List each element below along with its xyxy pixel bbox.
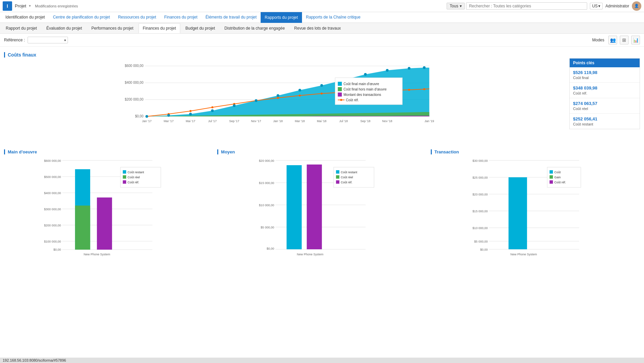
svg-text:Jul '17: Jul '17 — [208, 119, 217, 123]
svg-text:Coût réel: Coût réel — [341, 176, 353, 179]
nav-item-identification[interactable]: Identification du projet — [1, 12, 49, 23]
svg-point-14 — [212, 106, 214, 108]
svg-rect-80 — [120, 167, 161, 187]
svg-point-37 — [408, 67, 411, 70]
svg-point-31 — [277, 94, 279, 97]
cout-restant-value: $252 056,41 — [573, 116, 636, 121]
svg-text:$20 000,00: $20 000,00 — [259, 159, 274, 162]
svg-text:Sep '18: Sep '18 — [360, 119, 370, 123]
svg-rect-121 — [508, 177, 527, 249]
cout-final-value: $526 119,98 — [573, 70, 636, 75]
cout-ref-value: $348 039,98 — [573, 85, 636, 90]
svg-text:Coût restant: Coût restant — [127, 171, 144, 174]
modes-label: Modes — [592, 38, 604, 42]
avatar: 👤 — [632, 1, 641, 11]
subtab-rapport[interactable]: Rapport du projet — [1, 23, 41, 33]
svg-rect-52 — [335, 78, 403, 105]
sub-tabs: Rapport du projet Évaluation du projet P… — [0, 23, 644, 34]
svg-text:Gain: Gain — [554, 176, 561, 179]
svg-text:Coût restant: Coût restant — [341, 171, 357, 174]
locale-selector[interactable]: US ▾ — [590, 3, 603, 9]
nav-item-planification[interactable]: Centre de planification du projet — [49, 12, 114, 23]
moyen-chart: Moyen $20 000,00 $15 000,00 $10 000,00 $… — [217, 149, 426, 259]
svg-text:$200 000,00: $200 000,00 — [125, 98, 144, 101]
reference-select[interactable] — [28, 37, 68, 43]
svg-text:Mai '18: Mai '18 — [317, 119, 327, 123]
svg-point-27 — [189, 113, 192, 115]
svg-point-29 — [233, 104, 236, 107]
svg-text:Coût final main d'œuvre: Coût final main d'œuvre — [344, 82, 379, 86]
svg-point-23 — [408, 89, 410, 91]
svg-text:$0,00: $0,00 — [135, 114, 143, 118]
key-points-panel: Points clés $526 119,98 Coût final $348 … — [569, 50, 640, 143]
svg-text:Nov '17: Nov '17 — [251, 119, 261, 123]
chevron-down-icon: ▾ — [598, 4, 600, 8]
couts-finaux-area: Coûts finaux $600 000,00 $400 000,00 $20… — [4, 50, 640, 143]
nav-item-chaine[interactable]: Rapports de la Chaîne critique — [302, 12, 365, 23]
subtab-budget[interactable]: Budget du projet — [181, 23, 219, 33]
mode-chart-btn[interactable]: 📊 — [631, 36, 640, 44]
save-status: Modifications enregistrées — [35, 4, 78, 8]
svg-text:$30 000,00: $30 000,00 — [472, 159, 488, 162]
svg-text:New Phone System: New Phone System — [510, 253, 537, 256]
subtab-distribution[interactable]: Distribution de la charge engagée — [220, 23, 289, 33]
svg-rect-53 — [338, 82, 342, 86]
nav-item-rapports[interactable]: Rapports du projet — [261, 12, 302, 23]
main-doeuvre-title: Main d'oeuvre — [4, 149, 213, 154]
transaction-svg: $30 000,00 $25 000,00 $20 000,00 $15 000… — [431, 157, 640, 258]
subtab-finances[interactable]: Finances du projet — [139, 23, 181, 33]
mode-people-btn[interactable]: 👥 — [608, 36, 617, 44]
svg-rect-57 — [338, 93, 342, 97]
mode-grid-btn[interactable]: ⊞ — [620, 36, 629, 44]
svg-rect-77 — [75, 206, 90, 250]
svg-rect-85 — [123, 180, 126, 184]
transaction-chart: Transaction $30 000,00 $25 000,00 $20 00… — [431, 149, 640, 259]
svg-text:$5 000,00: $5 000,00 — [261, 226, 274, 229]
reference-select-wrap[interactable] — [28, 37, 68, 43]
subtab-evaluation[interactable]: Évaluation du projet — [42, 23, 86, 33]
svg-text:$500 000,00: $500 000,00 — [44, 175, 61, 179]
svg-text:Mar '18: Mar '18 — [295, 119, 305, 123]
nav-item-ressources[interactable]: Ressources du projet — [114, 12, 160, 23]
svg-rect-98 — [307, 165, 322, 249]
svg-text:$10 000,00: $10 000,00 — [472, 226, 488, 230]
toolbar: Référence : Modes 👥 ⊞ 📊 — [0, 34, 644, 47]
cout-reel-value: $274 063,57 — [573, 101, 636, 106]
svg-text:Coût: Coût — [554, 171, 561, 174]
svg-point-17 — [277, 97, 279, 99]
nav-item-finances[interactable]: Finances du projet — [160, 12, 201, 23]
search-input[interactable] — [466, 2, 587, 10]
subtab-performances[interactable]: Performances du projet — [87, 23, 138, 33]
cout-reel-label: Coût réel — [573, 107, 636, 111]
key-point-cout-final: $526 119,98 Coût final — [570, 67, 640, 83]
filter-tous[interactable]: Tous ▾ — [447, 3, 464, 9]
svg-point-25 — [146, 115, 148, 118]
svg-text:Montant des transactions: Montant des transactions — [344, 93, 381, 97]
svg-point-38 — [423, 66, 426, 69]
svg-point-36 — [386, 69, 389, 72]
top-bar: I Projet ▾ Modifications enregistrées To… — [0, 0, 644, 12]
svg-text:$25 000,00: $25 000,00 — [472, 176, 488, 179]
svg-text:Jan '18: Jan '18 — [273, 119, 283, 123]
svg-text:Sep '17: Sep '17 — [229, 119, 239, 123]
svg-rect-103 — [336, 175, 339, 179]
subtab-lots[interactable]: Revue des lots de travaux — [290, 23, 345, 33]
couts-finaux-title: Coûts finaux — [4, 52, 565, 58]
cout-final-label: Coût final — [573, 76, 636, 80]
key-points-card: Points clés $526 119,98 Coût final $348 … — [569, 58, 640, 129]
svg-rect-81 — [123, 170, 126, 174]
svg-text:New Phone System: New Phone System — [297, 253, 324, 256]
svg-point-26 — [167, 114, 170, 117]
nav-item-elements[interactable]: Éléments de travail du projet — [201, 12, 261, 23]
svg-point-33 — [320, 84, 323, 87]
svg-point-32 — [299, 89, 301, 92]
svg-rect-55 — [338, 87, 342, 91]
main-content: Coûts finaux $600 000,00 $400 000,00 $20… — [0, 47, 644, 262]
svg-text:$200 000,00: $200 000,00 — [44, 224, 61, 227]
svg-rect-97 — [287, 165, 302, 249]
main-doeuvre-svg: $600 000,00 $500 000,00 $400 000,00 $300… — [4, 157, 213, 258]
svg-rect-126 — [550, 175, 553, 179]
svg-text:Jan '19: Jan '19 — [424, 119, 434, 123]
svg-point-30 — [255, 99, 258, 102]
svg-text:Coût réf.: Coût réf. — [341, 181, 352, 184]
